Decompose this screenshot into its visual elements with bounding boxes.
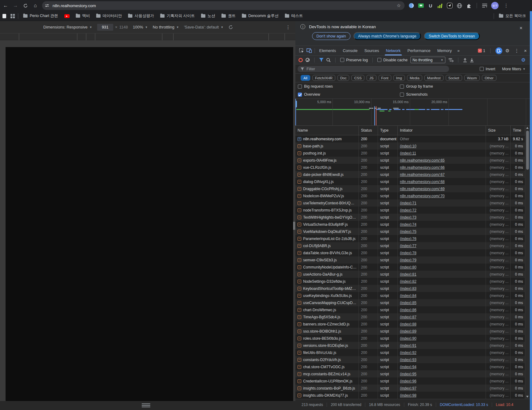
request-initiator-link[interactable]: (index):84 (400, 294, 416, 298)
invert-option[interactable]: Invert (480, 67, 495, 71)
table-row[interactable]: ‹›TextWithHighlights-bwDYVgOs.js200scrip… (295, 214, 525, 221)
export-har-icon[interactable] (470, 58, 474, 62)
request-initiator-link[interactable]: (index):86 (400, 308, 416, 312)
request-initiator-link[interactable]: (index):98 (400, 393, 416, 398)
devtools-menu-button[interactable]: ⋮ (513, 48, 521, 54)
column-header-time[interactable]: Time (511, 126, 525, 135)
table-row[interactable]: ‹›semver-C9ivSEb3.js200script(index):79(… (295, 256, 525, 264)
request-initiator-link[interactable]: (index):78 (400, 251, 416, 255)
extension-blue-circle-icon[interactable] (408, 2, 414, 9)
request-initiator-link[interactable]: (index):79 (400, 258, 416, 262)
table-row[interactable]: ‹›mcp.constants-BEZmLv14.js200script(ind… (295, 370, 525, 377)
column-header-status[interactable]: Status (359, 126, 378, 135)
import-har-icon[interactable] (463, 58, 467, 62)
request-initiator-link[interactable]: (index):10 (400, 144, 416, 148)
network-conditions-icon[interactable] (448, 58, 453, 62)
request-initiator-link[interactable]: n8n.realhomestory.com/:69 (400, 187, 445, 191)
filter-chip-all[interactable]: All (301, 75, 310, 81)
bookmark-item[interactable]: 기획자의 사이트 (158, 12, 197, 20)
table-row[interactable]: ‹›VueMarkdown-DqOkuEWT.js200script(index… (295, 228, 525, 235)
tab-memory[interactable]: Memory (437, 46, 452, 55)
switch-korean-button[interactable]: Switch DevTools to Korean (424, 32, 479, 40)
request-initiator-link[interactable]: (index):80 (400, 265, 416, 269)
request-initiator-link[interactable]: (index):92 (400, 351, 416, 355)
filter-toggle-icon[interactable] (319, 58, 324, 62)
extension-globe-icon[interactable] (456, 2, 462, 9)
table-row[interactable]: ‹›constants-D2fYduVh.js200script(index):… (295, 356, 525, 363)
table-row[interactable]: ‹›useTelemetryContext-B0rUQKFZ.js200scri… (295, 199, 525, 207)
network-overview-timeline[interactable]: 5,000 ms10,000 ms15,000 ms20,000 ms (295, 98, 530, 126)
table-row[interactable]: ‹›vue-CLRzcfGh.js200scriptn8n.realhomest… (295, 164, 525, 171)
highlighted-feature-icon[interactable] (496, 47, 502, 54)
more-filters-button[interactable]: More filters ▼ (502, 67, 526, 71)
request-initiator-link[interactable]: (index):91 (400, 343, 416, 348)
tab-list-icon[interactable] (482, 2, 488, 9)
preserve-log-option[interactable]: Preserve log (340, 58, 368, 62)
page-viewport[interactable] (6, 47, 293, 401)
request-initiator-link[interactable]: n8n.realhomestory.com/:66 (400, 165, 445, 170)
filter-chip-css[interactable]: CSS (351, 75, 364, 81)
request-initiator-link[interactable]: (index):96 (400, 379, 416, 383)
search-icon[interactable] (326, 58, 331, 62)
request-initiator-link[interactable]: (index):87 (400, 315, 416, 319)
bookmark-item[interactable]: Perio Chart 관련 (21, 12, 61, 20)
invert-checkbox[interactable] (480, 67, 484, 71)
filter-chip-font[interactable]: Font (379, 75, 391, 81)
screenshots-checkbox[interactable] (400, 93, 404, 97)
inspect-element-icon[interactable] (298, 47, 305, 55)
filter-chip-manifest[interactable]: Manifest (424, 75, 443, 81)
table-row[interactable]: ‹›dialog-DINvgXLj.js200scriptn8n.realhom… (295, 178, 525, 185)
request-initiator-link[interactable]: n8n.realhomestory.com/:67 (400, 172, 445, 177)
devtools-resize-handle[interactable] (293, 222, 295, 230)
table-row[interactable]: ‹›insights.utils-DKMDXq77.js200script(in… (295, 392, 525, 399)
column-header-size[interactable]: Size (486, 126, 511, 135)
zoom-select[interactable]: 100% ▼ (133, 25, 148, 29)
preserve-log-checkbox[interactable] (340, 58, 344, 62)
column-header-type[interactable]: Type (378, 126, 398, 135)
network-settings-gear-icon[interactable]: ⚙ (521, 57, 526, 63)
big-request-rows-checkbox[interactable] (298, 85, 302, 89)
screenshots-option[interactable]: Screenshots (400, 92, 427, 97)
table-row[interactable]: ‹›ParameterInputList-Dz-2zbJB.js200scrip… (295, 235, 525, 242)
table-row[interactable]: ‹›TimeAgo-Bg5XSdc4.js200script(index):87… (295, 313, 525, 321)
request-initiator-link[interactable]: (index):93 (400, 358, 416, 362)
filter-chip-other[interactable]: Other (482, 75, 496, 81)
address-bar[interactable]: n8n.realhomestory.com ☆ (42, 1, 405, 10)
table-row[interactable]: ‹›roles.store-BE5I0b3o.js200script(index… (295, 335, 525, 342)
table-row[interactable]: ‹›NodeSettings-D32efldw.js200script(inde… (295, 278, 525, 285)
filter-chip-js[interactable]: JS (367, 75, 376, 81)
request-initiator-link[interactable]: (index):88 (400, 322, 416, 326)
request-initiator-link[interactable]: (index):74 (400, 222, 416, 227)
table-row[interactable]: ‹›posthog.init.js200script(index):11(mem… (295, 150, 525, 157)
table-row[interactable]: ‹›VirtualSchema-B3u6phfF.js200script(ind… (295, 221, 525, 228)
device-toolbar-toggle-icon[interactable] (305, 47, 313, 55)
infobar-close-icon[interactable]: × (520, 25, 522, 31)
home-button[interactable]: ⌂ (31, 1, 40, 10)
column-header-name[interactable]: Name (295, 126, 359, 135)
back-button[interactable]: ← (1, 1, 10, 10)
table-scrollbar[interactable] (525, 126, 530, 399)
extensions-puzzle-icon[interactable] (466, 2, 472, 9)
extension-chart-icon[interactable] (437, 2, 443, 9)
request-initiator-link[interactable]: n8n.realhomestory.com/:68 (400, 180, 445, 184)
site-settings-icon[interactable] (44, 2, 50, 9)
bookmark-item[interactable]: Dencomm 솔루션 (239, 12, 281, 20)
request-initiator-link[interactable]: n8n.realhomestory.com/:70 (400, 194, 445, 198)
table-row[interactable]: ‹›insights.constants-BoP_B6zb.js200scrip… (295, 385, 525, 392)
save-data-select[interactable]: 'Save-Data': default ▼ (184, 25, 224, 29)
table-row[interactable]: ‹›versions.store-B1OEq5ei.js200script(in… (295, 342, 525, 349)
request-initiator-link[interactable]: (index):97 (400, 386, 416, 390)
apps-grid-icon[interactable] (11, 14, 15, 18)
match-language-button[interactable]: Always match Chrome's language (354, 32, 421, 40)
request-initiator-link[interactable]: n8n.realhomestory.com/:65 (400, 158, 445, 163)
request-initiator-link[interactable]: (index):90 (400, 336, 416, 341)
bookmark-star-icon[interactable]: ☆ (396, 3, 402, 8)
bookmark-item[interactable]: 테스트 (282, 12, 306, 20)
browser-menu-button[interactable]: ⋮ (502, 3, 510, 8)
filter-chip-doc[interactable]: Doc (337, 75, 349, 81)
bookmark-item[interactable]: 노션 (199, 12, 218, 20)
throttling-select-device[interactable]: No throttling ▼ (153, 25, 179, 29)
more-tabs-button[interactable]: » (457, 48, 459, 53)
request-initiator-link[interactable]: (index):73 (400, 215, 416, 220)
request-initiator-link[interactable]: (index):76 (400, 237, 416, 241)
